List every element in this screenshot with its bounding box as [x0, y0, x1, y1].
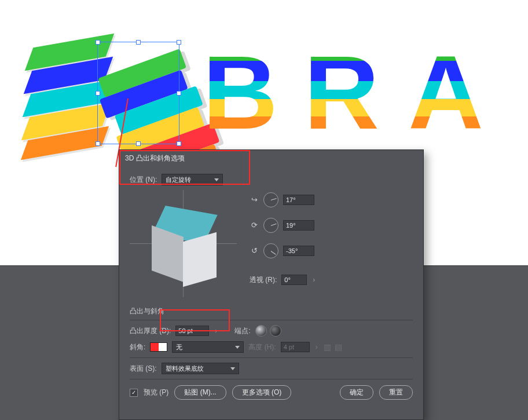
- rotate-x-input[interactable]: 17°: [283, 195, 314, 205]
- perspective-label: 透视 (R):: [250, 275, 277, 285]
- position-dropdown[interactable]: 自定旋转: [162, 174, 223, 185]
- bevel-height-label: 高度 (H):: [248, 342, 276, 352]
- selection-handle[interactable]: [96, 141, 100, 146]
- bevel-height-stepper-icon: ›: [314, 343, 319, 351]
- position-value: 自定旋转: [166, 176, 191, 184]
- bevel-in-icon: ▥: [324, 342, 331, 352]
- selection-handle[interactable]: [177, 141, 181, 146]
- extrude-section-header: 凸出与斜角: [130, 306, 413, 316]
- depth-label: 凸出厚度 (D):: [130, 326, 171, 336]
- selection-handle[interactable]: [136, 141, 141, 146]
- cap-off-button[interactable]: [270, 325, 281, 337]
- bevel-label: 斜角:: [130, 342, 145, 352]
- artwork-zebra-text: B R A: [20, 35, 518, 151]
- rotate-y-icon: ⟳: [250, 221, 259, 230]
- rotate-y-input[interactable]: 19°: [283, 220, 314, 231]
- rotation-cube-widget[interactable]: [130, 190, 237, 297]
- dialog-3d-extrude: 3D 凸出和斜角选项 位置 (N): 自定旋转 ↪: [119, 149, 424, 420]
- perspective-stepper-icon[interactable]: ›: [311, 276, 316, 284]
- surface-dropdown[interactable]: 塑料效果底纹: [162, 363, 239, 374]
- letter-a: A: [408, 41, 483, 145]
- dialog-title: 3D 凸出和斜角选项: [119, 150, 423, 166]
- map-art-button[interactable]: 贴图 (M)...: [174, 385, 226, 400]
- reset-button[interactable]: 重置: [379, 385, 413, 400]
- depth-input[interactable]: 50 pt: [175, 326, 209, 336]
- rotate-x-knob[interactable]: [263, 192, 278, 207]
- ok-button[interactable]: 确定: [340, 385, 373, 400]
- bevel-out-icon: ▤: [335, 342, 342, 352]
- surface-value: 塑料效果底纹: [166, 364, 204, 373]
- selection-handle[interactable]: [96, 91, 100, 96]
- surface-label: 表面 (S):: [130, 364, 157, 374]
- cap-on-button[interactable]: [255, 325, 267, 337]
- bevel-height-input: 4 pt: [281, 342, 310, 352]
- divider: [130, 357, 413, 358]
- selection-handle[interactable]: [96, 40, 100, 45]
- preview-label: 预览 (P): [144, 388, 168, 397]
- bevel-swatch: [150, 342, 167, 352]
- bevel-value: 无: [176, 343, 182, 352]
- rotate-y-knob[interactable]: [263, 218, 278, 233]
- more-options-button[interactable]: 更多选项 (O): [232, 385, 292, 400]
- chevron-down-icon: [230, 367, 235, 370]
- bevel-dropdown[interactable]: 无: [172, 341, 244, 353]
- rotate-x-icon: ↪: [250, 195, 259, 204]
- preview-checkbox[interactable]: ✓: [130, 389, 138, 397]
- rotate-z-icon: ↺: [250, 246, 259, 255]
- selection-handle[interactable]: [136, 40, 141, 45]
- position-label: 位置 (N):: [130, 175, 157, 185]
- selection-handle[interactable]: [177, 40, 181, 45]
- rotate-z-knob[interactable]: [263, 243, 278, 258]
- depth-stepper-icon[interactable]: ›: [214, 327, 218, 335]
- selection-handle[interactable]: [177, 91, 181, 96]
- cap-label: 端点:: [234, 326, 250, 336]
- chevron-down-icon: [214, 178, 219, 181]
- letter-b: B: [203, 41, 278, 145]
- letter-r: R: [304, 41, 379, 145]
- chevron-down-icon: [235, 346, 240, 349]
- divider: [130, 320, 413, 320]
- selection-bounding-box[interactable]: [97, 42, 179, 144]
- rotate-z-input[interactable]: -35°: [283, 246, 314, 256]
- perspective-input[interactable]: 0°: [281, 275, 307, 285]
